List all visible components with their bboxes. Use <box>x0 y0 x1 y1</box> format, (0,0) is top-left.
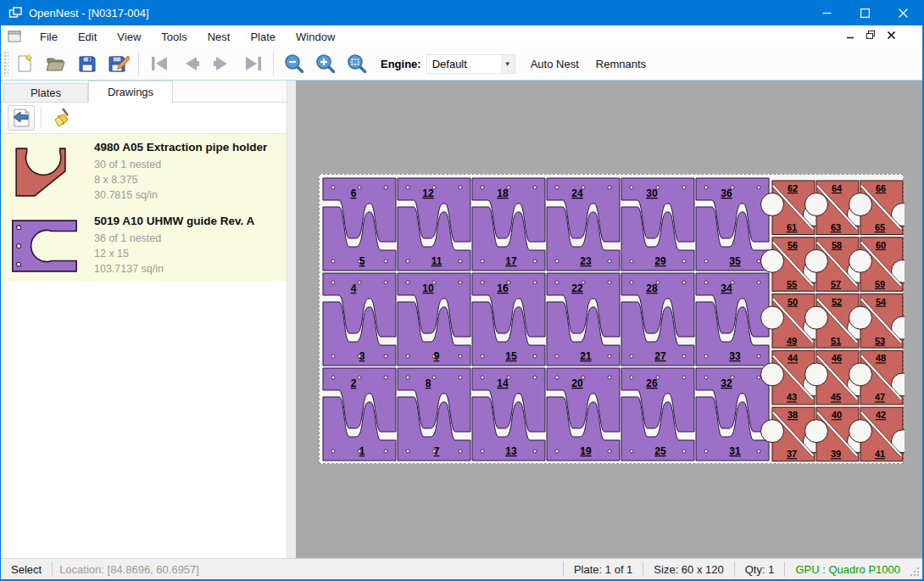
mdi-child-controls <box>843 27 899 42</box>
new-button[interactable] <box>8 50 40 77</box>
part-number: 44 <box>788 353 799 363</box>
part-number: 35 <box>729 255 741 267</box>
menu-nest[interactable]: Nest <box>198 27 241 47</box>
save-icon <box>77 53 97 74</box>
part-number: 5 <box>359 255 365 267</box>
purple-part-pair[interactable]: 2019 <box>547 368 620 461</box>
part-number: 36 <box>721 187 732 199</box>
mdi-close-button[interactable] <box>883 27 899 42</box>
first-plate-button[interactable] <box>143 50 175 77</box>
part-number: 33 <box>729 350 741 362</box>
part-number: 54 <box>876 297 887 307</box>
purple-part-pair[interactable]: 43 <box>323 273 396 366</box>
purple-part-pair[interactable]: 3231 <box>696 368 769 461</box>
save-as-icon <box>108 53 130 74</box>
drawings-list: 4980 A05 Extraction pipe holder 30 of 1 … <box>1 134 287 282</box>
remnants-button[interactable]: Remnants <box>587 53 654 75</box>
maximize-icon <box>860 8 870 18</box>
menu-window[interactable]: Window <box>286 27 345 47</box>
list-item[interactable]: 5019 A10 UHMW guide Rev. A 36 of 1 neste… <box>1 208 287 282</box>
previous-plate-button[interactable] <box>175 50 206 77</box>
app-icon <box>8 6 22 20</box>
purple-part-pair[interactable]: 2625 <box>621 368 694 461</box>
purple-part-pair[interactable]: 1211 <box>398 178 470 271</box>
clear-drawings-button[interactable] <box>47 105 75 131</box>
nest-canvas[interactable]: 6543211211109871817161514132423222120193… <box>296 81 922 558</box>
part-size: 8 x 8.375 <box>94 172 267 187</box>
purple-part-pair[interactable]: 87 <box>398 368 470 461</box>
maximize-button[interactable] <box>846 0 884 25</box>
plate[interactable]: 6543211211109871817161514132423222120193… <box>319 174 904 464</box>
nest-svg: 6543211211109871817161514132423222120193… <box>320 175 905 465</box>
mdi-minimize-icon <box>847 31 854 39</box>
tab-drawings[interactable]: Drawings <box>88 81 173 103</box>
part-number: 6 <box>351 187 357 199</box>
status-separator <box>643 561 643 577</box>
purple-part-pair[interactable]: 3433 <box>696 273 769 366</box>
save-button[interactable] <box>71 50 103 77</box>
panel-splitter[interactable] <box>287 81 296 558</box>
resize-grip-icon[interactable] <box>909 561 921 578</box>
purple-part-pair[interactable]: 1615 <box>472 273 545 366</box>
part-number: 53 <box>875 336 885 346</box>
new-document-icon <box>14 53 35 74</box>
open-button[interactable] <box>40 50 71 77</box>
purple-part-pair[interactable]: 1817 <box>472 178 545 271</box>
purple-part-pair[interactable]: 2423 <box>547 178 620 271</box>
part-number: 21 <box>580 350 592 362</box>
last-plate-button[interactable] <box>237 50 269 77</box>
minimize-button[interactable] <box>808 0 846 25</box>
part-number: 2 <box>351 377 357 389</box>
mdi-minimize-button[interactable] <box>843 27 858 42</box>
part-number: 20 <box>571 377 583 389</box>
purple-part-pair[interactable]: 109 <box>398 273 470 366</box>
part-number: 16 <box>497 282 509 294</box>
zoom-out-button[interactable] <box>278 50 309 77</box>
purple-part-pair[interactable]: 65 <box>323 178 396 271</box>
part-number: 62 <box>788 183 798 193</box>
purple-part-pair[interactable]: 1413 <box>472 368 545 461</box>
part-area: 103.7137 sq/in <box>94 261 254 277</box>
menu-tools[interactable]: Tools <box>151 27 197 47</box>
part-meta: 4980 A05 Extraction pipe holder 30 of 1 … <box>94 141 267 203</box>
purple-part-pair[interactable]: 3635 <box>696 178 769 271</box>
purple-part-pair[interactable]: 2221 <box>547 273 620 366</box>
zoom-in-button[interactable] <box>309 50 341 77</box>
part-number: 17 <box>505 255 517 267</box>
part-number: 59 <box>875 279 885 289</box>
part-number: 46 <box>832 353 842 363</box>
menu-file[interactable]: File <box>30 27 68 47</box>
menu-edit[interactable]: Edit <box>68 27 107 47</box>
purple-part-pair[interactable]: 3029 <box>621 178 694 271</box>
zoom-fit-button[interactable] <box>341 50 372 77</box>
chevron-down-icon[interactable]: ▼ <box>501 55 515 73</box>
part-number: 1 <box>359 445 365 457</box>
part-number: 18 <box>497 187 509 199</box>
part-number: 27 <box>654 350 666 362</box>
tab-plates[interactable]: Plates <box>3 83 88 102</box>
part-number: 32 <box>721 377 732 389</box>
part-number: 11 <box>431 255 443 267</box>
mdi-restore-button[interactable] <box>863 27 878 42</box>
window-title: OpenNest - [N0317-004] <box>29 7 149 20</box>
title-bar: OpenNest - [N0317-004] <box>1 0 922 25</box>
list-item[interactable]: 4980 A05 Extraction pipe holder 30 of 1 … <box>1 134 287 208</box>
close-button[interactable] <box>884 0 922 25</box>
next-plate-button[interactable] <box>206 50 237 77</box>
menu-plate[interactable]: Plate <box>240 27 286 47</box>
save-as-button[interactable] <box>103 50 134 77</box>
part-number: 42 <box>876 410 886 420</box>
engine-combobox[interactable]: Default ▼ <box>426 54 515 74</box>
part-title: 4980 A05 Extraction pipe holder <box>94 141 267 154</box>
mdi-document-icon[interactable] <box>8 31 21 42</box>
status-separator <box>52 561 53 577</box>
part-number: 30 <box>646 187 658 199</box>
part-number: 66 <box>876 183 886 193</box>
mdi-close-icon <box>888 31 895 39</box>
import-drawing-button[interactable] <box>8 105 35 131</box>
part-number: 47 <box>875 392 885 402</box>
purple-part-pair[interactable]: 21 <box>323 368 396 461</box>
menu-view[interactable]: View <box>107 27 151 47</box>
purple-part-pair[interactable]: 2827 <box>621 273 694 366</box>
auto-nest-button[interactable]: Auto Nest <box>522 53 587 75</box>
